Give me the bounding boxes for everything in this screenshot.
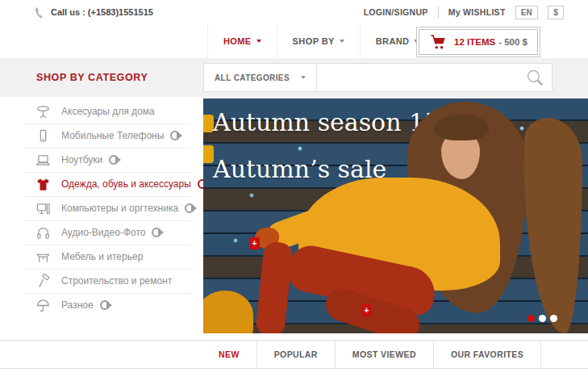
product-hotspot-button[interactable]: +: [249, 237, 260, 249]
nav-item-home[interactable]: HOME: [207, 24, 277, 58]
carousel-dot-active[interactable]: [528, 315, 535, 322]
category-list: Аксесуары для дома Мобильные Телефоны Но…: [0, 99, 202, 317]
cart-summary: 12 ITEMS- 500 $: [454, 37, 528, 47]
product-tabs-bar: NEW POPULAR MOST VIEWED OUR FAVORITES: [0, 340, 588, 369]
category-arrow-icon: [185, 203, 194, 213]
phone-icon: [31, 6, 45, 19]
hero-headline: Autumn season 15: [213, 108, 440, 136]
category-arrow-icon: [170, 131, 180, 140]
category-label: Мебель и итерьер: [61, 251, 143, 262]
chevron-down-icon: [256, 40, 261, 43]
divider: [438, 6, 439, 19]
model-leg: [255, 241, 294, 333]
mobile-phone-icon: [35, 128, 51, 144]
search-input[interactable]: [317, 64, 518, 91]
category-label: Аксесуары для дома: [61, 106, 155, 117]
product-hotspot-button[interactable]: +: [361, 304, 372, 316]
search-category-dropdown[interactable]: ALL CATEGORIES: [204, 64, 317, 91]
main-content: Аксесуары для дома Мобильные Телефоны Но…: [0, 97, 588, 340]
carousel-dot[interactable]: [539, 315, 546, 322]
nav-label: SHOP BY: [293, 36, 335, 46]
carousel-dots: [528, 315, 557, 322]
hammer-icon: [35, 274, 51, 289]
hero-banner[interactable]: Autumn season 15 Autumn’s sale + +: [203, 98, 588, 333]
search-band: SHOP BY CATEGORY ALL CATEGORIES: [0, 58, 588, 97]
top-bar-right: LOGIN/SIGNUP My WISHLIST EN $: [364, 6, 564, 19]
round-table-icon: [35, 104, 51, 119]
category-label: Компьютеры и оргтехника: [61, 203, 178, 214]
nav-label: BRAND: [376, 36, 410, 46]
chevron-down-icon: [301, 76, 306, 79]
search-button[interactable]: [518, 67, 552, 88]
top-bar: Call us : (+1583)1551515 LOGIN/SIGNUP My…: [0, 0, 588, 24]
desktop-computer-icon: [35, 201, 51, 216]
currency-selector[interactable]: $: [548, 6, 564, 19]
category-item-furniture[interactable]: Мебель и итерьер: [0, 245, 202, 269]
search-icon: [524, 67, 545, 88]
headphones-icon: [35, 225, 51, 241]
sidebar-title: SHOP BY CATEGORY: [36, 58, 148, 97]
wishlist-link[interactable]: My WISHLIST: [448, 7, 506, 17]
category-arrow-icon: [152, 228, 161, 237]
chevron-down-icon: [340, 40, 344, 43]
category-label: Разное: [61, 299, 94, 311]
model-hair: [524, 118, 582, 333]
main-nav-bar: HOME SHOP BY BRAND CONTACTS: [0, 24, 588, 58]
tab-popular[interactable]: POPULAR: [257, 341, 336, 368]
search-box: ALL CATEGORIES: [203, 63, 553, 92]
storefront-page: Call us : (+1583)1551515 LOGIN/SIGNUP My…: [0, 0, 588, 385]
category-item-audio-video-photo[interactable]: Аудио-Видео-Фото: [0, 220, 202, 245]
tab-new[interactable]: NEW: [202, 341, 257, 368]
model-accessory: [203, 291, 253, 333]
tab-most-viewed[interactable]: MOST VIEWED: [336, 341, 434, 368]
language-selector[interactable]: EN: [515, 6, 539, 19]
search-category-label: ALL CATEGORIES: [215, 73, 290, 82]
category-item-mobile-phones[interactable]: Мобильные Телефоны: [0, 123, 202, 148]
category-item-computers[interactable]: Компьютеры и оргтехника: [0, 196, 202, 220]
category-item-misc[interactable]: Разное: [0, 293, 202, 317]
category-label: Ноутбуки: [61, 154, 102, 165]
category-item-laptops[interactable]: Ноутбуки: [0, 148, 202, 172]
cart-inner: 12 ITEMS- 500 $: [419, 29, 538, 55]
call-us: Call us : (+1583)1551515: [32, 6, 153, 19]
shopping-cart-icon: [429, 33, 447, 51]
call-us-text: Call us : (+1583)1551515: [51, 7, 153, 17]
laptop-icon: [35, 153, 51, 168]
category-item-construction[interactable]: Строительство и ремонт: [0, 269, 202, 293]
furniture-table-icon: [35, 249, 51, 265]
category-label: Аудио-Видео-Фото: [61, 227, 145, 238]
login-signup-link[interactable]: LOGIN/SIGNUP: [364, 7, 428, 17]
cart-total: - 500 $: [498, 37, 528, 47]
tshirt-icon: [35, 177, 51, 192]
category-item-clothing[interactable]: Одежда, обувь и аксессуары: [0, 172, 202, 196]
category-label: Мобильные Телефоны: [61, 130, 164, 141]
carousel-dot[interactable]: [550, 315, 557, 322]
umbrella-icon: [35, 298, 51, 313]
nav-item-shop-by[interactable]: SHOP BY: [277, 24, 360, 58]
category-item-home-accessories[interactable]: Аксесуары для дома: [0, 99, 202, 123]
tab-our-favorites[interactable]: OUR FAVORITES: [434, 341, 541, 368]
cart-button[interactable]: 12 ITEMS- 500 $: [416, 27, 540, 57]
nav-label: HOME: [223, 36, 252, 46]
category-arrow-icon: [100, 300, 110, 310]
model-hair: [434, 115, 489, 140]
category-label: Одежда, обувь и аксессуары: [61, 178, 191, 190]
category-label: Строительство и ремонт: [61, 275, 172, 287]
category-arrow-icon: [109, 155, 119, 165]
cart-items-count: 12 ITEMS: [454, 37, 495, 47]
